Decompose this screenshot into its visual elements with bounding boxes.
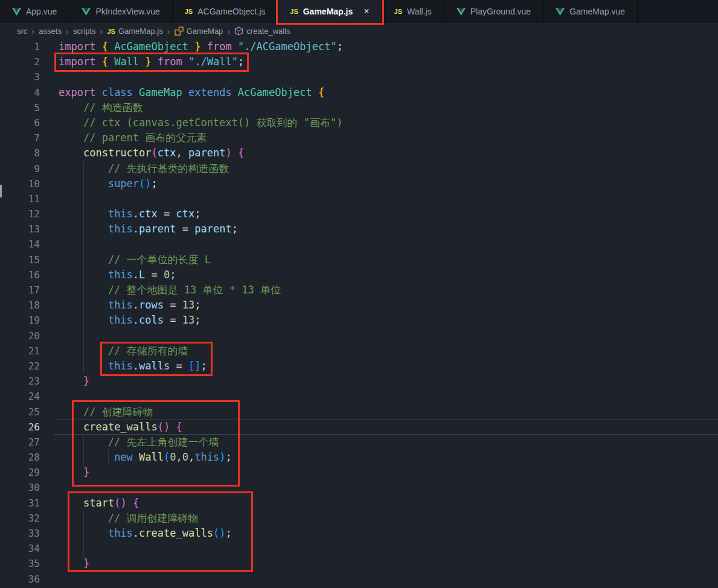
code-line-content[interactable] bbox=[40, 572, 59, 587]
code-line-34: 34 bbox=[0, 541, 718, 556]
code-line-content[interactable]: // 先执行基类的构造函数 bbox=[40, 161, 229, 176]
code-line-30: 30 bbox=[0, 480, 718, 495]
line-number: 17 bbox=[0, 283, 40, 298]
code-line-content[interactable]: new Wall(0,0,this); bbox=[40, 450, 232, 465]
code-line-content[interactable]: // 创建障碍物 bbox=[40, 404, 153, 420]
code-line-10: 10 super(); bbox=[0, 176, 718, 191]
code-line-content[interactable]: // ctx (canvas.getContext() 获取到的 "画布") bbox=[40, 115, 342, 130]
token bbox=[59, 421, 83, 433]
breadcrumb-item-assets[interactable]: assets bbox=[39, 27, 62, 36]
code-line-content[interactable] bbox=[40, 69, 59, 85]
tab-PlayGround.vue[interactable]: PlayGround.vue bbox=[444, 0, 543, 23]
code-line-content[interactable] bbox=[40, 191, 59, 206]
code-line-content[interactable]: this.parent = parent; bbox=[40, 222, 238, 237]
code-line-content[interactable]: import { AcGameObject } from "./ACGameOb… bbox=[40, 39, 343, 54]
line-number: 5 bbox=[0, 100, 40, 115]
code-line-content[interactable]: // 调用创建障碍物 bbox=[40, 511, 199, 526]
code-line-content[interactable] bbox=[40, 389, 59, 404]
token: ; bbox=[225, 451, 231, 463]
code-line-content[interactable]: create_walls() { bbox=[40, 420, 182, 435]
code-line-27: 27 // 先左上角创建一个墙 bbox=[0, 435, 718, 450]
code-line-content[interactable]: this.cols = 13; bbox=[40, 313, 201, 328]
token: create_walls bbox=[139, 527, 213, 539]
token: () bbox=[158, 421, 170, 433]
line-number: 16 bbox=[0, 267, 40, 283]
code-line-content[interactable]: // 整个地图是 13 单位 * 13 单位 bbox=[40, 283, 281, 298]
token bbox=[127, 497, 133, 509]
token bbox=[232, 147, 238, 159]
indent-guide bbox=[83, 222, 84, 237]
code-line-content[interactable]: start() { bbox=[40, 496, 139, 511]
indent-guide bbox=[83, 283, 84, 298]
token: this bbox=[108, 223, 133, 235]
code-line-23: 23 } bbox=[0, 374, 718, 389]
code-line-content[interactable]: this.rows = 13; bbox=[40, 298, 201, 313]
token: GameMap bbox=[139, 86, 188, 98]
tab-label: GameMap.js bbox=[303, 7, 353, 16]
token: this bbox=[108, 360, 133, 372]
tab-GameMap.vue[interactable]: GameMap.vue bbox=[543, 0, 638, 23]
code-line-content[interactable] bbox=[40, 541, 59, 556]
js-icon: JS bbox=[290, 8, 298, 15]
js-icon: JS bbox=[394, 8, 402, 15]
token: "./ACGameObject" bbox=[238, 40, 337, 53]
code-line-8: 8 constructor(ctx, parent) { bbox=[0, 145, 718, 161]
token: ; bbox=[194, 208, 200, 220]
token: . bbox=[133, 299, 139, 311]
tab-label: PkIndexView.vue bbox=[95, 7, 159, 16]
code-line-content[interactable]: } bbox=[40, 465, 89, 480]
code-line-content[interactable] bbox=[40, 237, 59, 252]
token: } bbox=[83, 466, 89, 478]
code-line-25: 25 // 创建障碍物 bbox=[0, 404, 718, 420]
tab-App.vue[interactable]: App.vue bbox=[0, 0, 69, 23]
token: ; bbox=[238, 56, 244, 68]
code-line-content[interactable] bbox=[40, 480, 59, 495]
breadcrumb-item-GameMap[interactable]: GameMap bbox=[175, 27, 223, 36]
tab-ACGameObject.js[interactable]: JSACGameObject.js bbox=[173, 0, 278, 23]
code-line-content[interactable]: // 存储所有的墙 bbox=[40, 344, 188, 359]
code-line-content[interactable]: // 一个单位的长度 L bbox=[40, 252, 211, 267]
code-line-7: 7 // parent 画布的父元素 bbox=[0, 130, 718, 145]
tab-PkIndexView.vue[interactable]: PkIndexView.vue bbox=[69, 0, 172, 23]
tab-GameMap.js[interactable]: JSGameMap.js× bbox=[278, 0, 382, 23]
token: rows bbox=[139, 299, 164, 311]
code-line-content[interactable]: // 构造函数 bbox=[40, 100, 143, 115]
code-line-content[interactable]: } bbox=[40, 556, 89, 571]
code-line-12: 12 this.ctx = ctx; bbox=[0, 206, 718, 222]
breadcrumb-label: src bbox=[17, 27, 27, 36]
code-line-content[interactable]: this.walls = []; bbox=[40, 359, 207, 374]
code-line-content[interactable]: this.create_walls(); bbox=[40, 526, 232, 541]
breadcrumb-item-create_walls[interactable]: create_walls bbox=[234, 27, 290, 36]
code-line-content[interactable] bbox=[40, 328, 59, 344]
breadcrumb-item-scripts[interactable]: scripts bbox=[73, 27, 96, 36]
code-line-31: 31 start() { bbox=[0, 496, 718, 511]
token: this bbox=[194, 451, 219, 463]
breadcrumb-item-src[interactable]: src bbox=[17, 27, 27, 36]
code-line-content[interactable]: import { Wall } from "./Wall"; bbox=[40, 54, 244, 69]
tab-label: PlayGround.vue bbox=[470, 7, 531, 16]
token: create_walls bbox=[83, 421, 158, 433]
line-number: 3 bbox=[0, 69, 40, 85]
indent-guide bbox=[83, 344, 84, 359]
code-line-content[interactable]: export class GameMap extends AcGameObjec… bbox=[40, 85, 324, 100]
code-line-26: 26 create_walls() { bbox=[0, 420, 718, 435]
token: L bbox=[139, 269, 145, 281]
code-area[interactable]: 1import { AcGameObject } from "./ACGameO… bbox=[0, 39, 718, 587]
code-line-content[interactable]: // parent 画布的父元素 bbox=[40, 130, 207, 145]
token: this bbox=[108, 314, 133, 326]
tab-Wall.js[interactable]: JSWall.js bbox=[382, 0, 444, 23]
token: { bbox=[102, 56, 108, 68]
code-line-content[interactable]: constructor(ctx, parent) { bbox=[40, 145, 244, 161]
token: 0 bbox=[170, 451, 176, 463]
line-number: 32 bbox=[0, 511, 40, 526]
breadcrumb-item-GameMap.js[interactable]: JSGameMap.js bbox=[107, 27, 162, 36]
code-line-content[interactable]: super(); bbox=[40, 176, 158, 191]
code-line-content[interactable]: this.ctx = ctx; bbox=[40, 206, 201, 222]
line-number: 33 bbox=[0, 526, 40, 541]
close-icon[interactable]: × bbox=[364, 7, 369, 16]
tab-bar: App.vuePkIndexView.vueJSACGameObject.jsJ… bbox=[0, 0, 718, 23]
code-line-content[interactable]: // 先左上角创建一个墙 bbox=[40, 435, 219, 450]
token: { bbox=[133, 497, 139, 509]
code-line-content[interactable]: } bbox=[40, 374, 89, 389]
code-line-content[interactable]: this.L = 0; bbox=[40, 267, 176, 283]
